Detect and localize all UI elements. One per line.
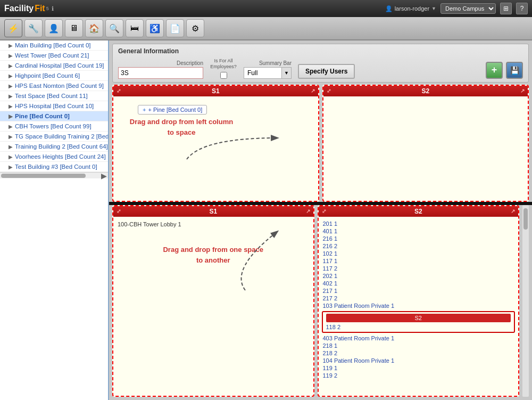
space-s2-bottom-icons-left: ⤢ xyxy=(322,208,326,214)
search-tool-button[interactable]: 🔍 xyxy=(105,19,123,37)
space-s1-bottom-icons-right: ↗ xyxy=(306,208,310,214)
home-tool-button[interactable]: 🏠 xyxy=(85,19,103,37)
sidebar-scrollbar[interactable]: ▶ xyxy=(0,172,108,178)
space-s2-bottom-title: S2 xyxy=(326,208,511,215)
document-tool-button[interactable]: 📄 xyxy=(166,19,184,37)
s2-drop-item[interactable]: 118 2 xyxy=(326,324,511,330)
sidebar-scroll-right[interactable]: ▶ xyxy=(101,172,107,180)
save-button[interactable]: 💾 xyxy=(506,62,523,79)
room-list-item[interactable]: 402 1 xyxy=(322,280,516,287)
space-s1-top-body[interactable]: + + Pine [Bed Count 0] Drag and drop fro… xyxy=(113,96,318,201)
room-list-item[interactable]: 103 Patient Room Private 1 xyxy=(322,302,516,309)
sidebar-item-main-building[interactable]: ▶ Main Building [Bed Count 0] xyxy=(0,40,108,51)
description-field-group: Description xyxy=(118,60,203,79)
bottom-spaces-wrapper: ⤢ S1 ↗ 100-CBH Tower Lobby 1 Drag and dr… xyxy=(112,205,529,397)
sidebar-item-tg-space[interactable]: ▶ TG Space Building Training 2 [Bed C xyxy=(0,132,108,142)
space-s1-bottom-icons-left: ⤢ xyxy=(117,208,121,214)
room-list-item[interactable]: 119 1 xyxy=(322,364,516,372)
scrollbar-thumb xyxy=(523,208,528,230)
space-s2-top-header: ⤢ S2 ↗ xyxy=(323,86,528,96)
add-button[interactable]: + xyxy=(486,62,503,79)
space-s2-bottom-icons-right: ↗ xyxy=(511,208,515,214)
summary-bar-label: Summary Bar xyxy=(244,60,292,66)
sidebar-arrow: ▶ xyxy=(9,43,13,48)
sidebar-item-highpoint[interactable]: ▶ Highpoint [Bed Count 6] xyxy=(0,71,108,81)
space-s1-top-header: ⤢ S1 ↗ xyxy=(113,86,318,96)
space-s1-top: ⤢ S1 ↗ + + Pine [Bed Count 0] Drag and xyxy=(112,85,319,202)
drop-item-plus: + xyxy=(143,107,146,113)
summary-bar-arrow[interactable]: ▼ xyxy=(281,68,291,78)
room-list-item[interactable]: 102 1 xyxy=(322,250,516,257)
sidebar: ▶ Main Building [Bed Count 0] ▶ West Tow… xyxy=(0,40,109,400)
top-spaces-wrapper: ⤢ S1 ↗ + + Pine [Bed Count 0] Drag and xyxy=(112,85,529,202)
sidebar-item-test-building-3[interactable]: ▶ Test Building #3 [Bed Count 0] xyxy=(0,162,108,172)
logo-fit: Fit xyxy=(35,4,45,13)
sidebar-arrow: ▶ xyxy=(9,164,13,170)
room-list-item[interactable]: 117 2 xyxy=(322,265,516,272)
room-list-item[interactable]: 218 2 xyxy=(322,349,516,357)
sidebar-item-label: TG Space Building Training 2 [Bed C xyxy=(15,133,108,140)
logo-super: 5 xyxy=(46,6,49,11)
space-s1-bottom: ⤢ S1 ↗ 100-CBH Tower Lobby 1 Drag and dr… xyxy=(112,205,314,397)
user-info[interactable]: 👤 larson-rodger ▼ xyxy=(385,5,436,12)
drop-item-label: + Pine [Bed Count 0] xyxy=(148,107,202,113)
wrench-tool-button[interactable]: 🔧 xyxy=(24,19,43,37)
top-spaces-row: ⤢ S1 ↗ + + Pine [Bed Count 0] Drag and xyxy=(112,85,529,202)
space-s2-bottom-body[interactable]: 201 1 401 1 216 1 216 2 102 1 117 1 117 … xyxy=(319,217,519,396)
room-list-item[interactable]: 104 Patient Room Private 1 xyxy=(322,357,516,364)
space-s1-bottom-body[interactable]: 100-CBH Tower Lobby 1 Drag and drop from… xyxy=(113,217,313,396)
s2-drop-header: S2 xyxy=(326,314,511,322)
sidebar-item-label: HPS East Nomton [Bed Count 9] xyxy=(15,83,104,89)
room-list-item[interactable]: 217 1 xyxy=(322,287,516,295)
sidebar-item-hps-hospital[interactable]: ▶ HPS Hospital [Bed Count 10] xyxy=(0,101,108,111)
room-list-item[interactable]: 119 2 xyxy=(322,372,516,379)
space-s2-bottom: ⤢ S2 ↗ 201 1 401 1 216 1 216 2 102 1 117… xyxy=(318,205,520,397)
sidebar-item-cbh-towers[interactable]: ▶ CBH Towers [Bed Count 99] xyxy=(0,121,108,132)
sidebar-item-hps-east[interactable]: ▶ HPS East Nomton [Bed Count 9] xyxy=(0,81,108,91)
sidebar-item-test-space[interactable]: ▶ Test Space [Bed Count 11] xyxy=(0,91,108,101)
sidebar-arrow: ▶ xyxy=(9,103,13,109)
room-list-item[interactable]: 218 1 xyxy=(322,342,516,349)
sidebar-arrow: ▶ xyxy=(9,83,13,89)
logo-info-icon: ℹ xyxy=(52,5,54,12)
space-s2-top-icons-left: ⤢ xyxy=(327,88,331,94)
sidebar-item-label: West Tower [Bed Count 21] xyxy=(15,52,89,59)
sidebar-item-pine[interactable]: ▶ Pine [Bed Count 0] xyxy=(0,111,108,121)
app-header: FacilityFit5 ℹ 👤 larson-rodger ▼ Demo Ca… xyxy=(0,0,532,17)
campus-selector[interactable]: Demo Campus xyxy=(440,3,496,14)
bottom-spaces-row: ⤢ S1 ↗ 100-CBH Tower Lobby 1 Drag and dr… xyxy=(112,205,529,397)
person-tool-button[interactable]: 👤 xyxy=(45,19,63,37)
sidebar-item-training-2[interactable]: ▶ Training Building 2 [Bed Count 64] xyxy=(0,142,108,152)
share-button[interactable]: ⊞ xyxy=(500,3,512,14)
room-list-item[interactable]: 403 Patient Room Private 1 xyxy=(322,334,516,342)
accessibility-tool-button[interactable]: ♿ xyxy=(146,19,164,37)
room-list-item[interactable]: 117 1 xyxy=(322,257,516,265)
description-input[interactable] xyxy=(118,67,203,79)
vertical-scrollbar[interactable] xyxy=(522,205,529,397)
room-list-item[interactable]: 216 1 xyxy=(322,235,516,242)
sidebar-item-label: Training Building 2 [Bed Count 64] xyxy=(15,143,108,150)
room-list-item[interactable]: 201 1 xyxy=(322,220,516,227)
room-list-item[interactable]: 401 1 xyxy=(322,227,516,235)
settings-tool-button[interactable]: ⚙ xyxy=(186,19,204,37)
s2-drop-target[interactable]: S2 118 2 xyxy=(322,311,516,333)
summary-bar-select[interactable]: Full ▼ xyxy=(244,67,292,79)
sidebar-item-cardinal-hospital[interactable]: ▶ Cardinal Hospital [Bed Count 19] xyxy=(0,61,108,71)
monitor-tool-button[interactable]: 🖥 xyxy=(65,19,83,37)
bed-tool-button[interactable]: 🛏 xyxy=(126,19,144,37)
sidebar-arrow: ▶ xyxy=(9,113,13,119)
is-all-employees-checkbox[interactable] xyxy=(220,72,227,79)
drop-item-pine[interactable]: + + Pine [Bed Count 0] xyxy=(138,105,207,115)
sidebar-item-label: Voorhees Heights [Bed Count 24] xyxy=(15,153,106,160)
lightning-tool-button[interactable]: ⚡ xyxy=(4,19,22,37)
sidebar-item-voorhees[interactable]: ▶ Voorhees Heights [Bed Count 24] xyxy=(0,152,108,162)
room-list-item[interactable]: 216 2 xyxy=(322,242,516,250)
room-list-item[interactable]: 202 1 xyxy=(322,272,516,280)
sidebar-item-label: HPS Hospital [Bed Count 10] xyxy=(15,103,94,109)
sidebar-item-west-tower[interactable]: ▶ West Tower [Bed Count 21] xyxy=(0,51,108,61)
help-button[interactable]: ? xyxy=(516,3,528,14)
space-s2-top-body[interactable] xyxy=(323,96,528,201)
sidebar-arrow: ▶ xyxy=(9,154,13,160)
room-list-item[interactable]: 217 2 xyxy=(322,295,516,302)
specify-users-button[interactable]: Specify Users xyxy=(298,64,355,79)
